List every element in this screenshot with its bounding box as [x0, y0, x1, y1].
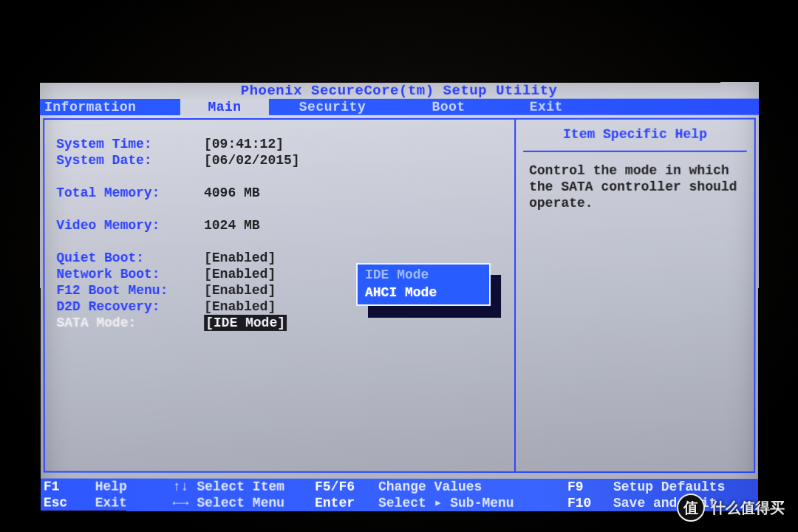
tab-boot[interactable]: Boot [396, 99, 501, 115]
footer-action-exit: Exit [95, 495, 165, 511]
sata-mode-popup[interactable]: IDE Mode AHCI Mode [356, 263, 491, 306]
bios-title: Phoenix SecureCore(tm) Setup Utility [40, 82, 759, 99]
value-quiet-boot: [Enabled] [204, 250, 276, 266]
label-system-time: System Time: [56, 136, 204, 152]
footer-action-change-values: Change Values [378, 479, 567, 495]
label-d2d-recovery: D2D Recovery: [56, 299, 204, 315]
footer-action-save-exit: Save and Exit [613, 495, 717, 511]
arrows-updown-icon: ↑↓ [164, 479, 197, 495]
tab-security[interactable]: Security [269, 99, 396, 115]
footer-key-f5f6: F5/F6 [315, 479, 378, 495]
help-pane: Item Specific Help Control the mode in w… [523, 120, 747, 471]
label-quiet-boot: Quiet Boot: [56, 250, 204, 266]
tab-information[interactable]: Information [40, 99, 180, 115]
footer-row-2: Esc Exit ←→ Select Menu Enter Select ▸ S… [44, 494, 755, 511]
value-total-memory: 4096 MB [204, 185, 260, 201]
footer-bar: F1 Help ↑↓ Select Item F5/F6 Change Valu… [41, 479, 758, 512]
value-sata-mode: [IDE Mode] [204, 315, 287, 331]
label-total-memory: Total Memory: [56, 185, 204, 201]
help-body: Control the mode in which the SATA contr… [529, 163, 743, 211]
value-system-time: [09:41:12] [204, 136, 284, 152]
value-network-boot: [Enabled] [204, 266, 276, 282]
footer-action-select-item: Select Item [197, 479, 315, 495]
row-video-memory: Video Memory: 1024 MB [56, 217, 505, 233]
footer-key-esc: Esc [44, 494, 95, 511]
value-system-date: [06/02/2015] [204, 152, 300, 168]
value-d2d-recovery: [Enabled] [204, 299, 276, 315]
panel-divider [514, 120, 516, 471]
tab-main[interactable]: Main [180, 99, 269, 115]
photo-background: Phoenix SecureCore(tm) Setup Utility Inf… [0, 0, 798, 532]
tab-exit[interactable]: Exit [501, 99, 591, 115]
label-f12-boot-menu: F12 Boot Menu: [56, 282, 204, 299]
row-system-date[interactable]: System Date: [06/02/2015] [56, 152, 505, 168]
label-network-boot: Network Boot: [56, 266, 204, 282]
bios-screen: Phoenix SecureCore(tm) Setup Utility Inf… [40, 82, 759, 511]
row-system-time[interactable]: System Time: [09:41:12] [56, 136, 505, 152]
help-title-wrap: Item Specific Help [523, 120, 747, 152]
footer-action-help: Help [95, 479, 165, 495]
label-video-memory: Video Memory: [56, 217, 204, 233]
footer-key-f10: F10 [567, 495, 613, 511]
footer-key-f9: F9 [567, 479, 613, 495]
menu-bar: Information Main Security Boot Exit [40, 99, 759, 116]
popup-option-ide[interactable]: IDE Mode [358, 266, 489, 284]
help-title: Item Specific Help [563, 127, 707, 142]
footer-action-select-menu: Select Menu [197, 495, 315, 511]
footer-row-1: F1 Help ↑↓ Select Item F5/F6 Change Valu… [44, 479, 755, 496]
value-f12-boot-menu: [Enabled] [204, 282, 276, 299]
footer-action-setup-defaults: Setup Defaults [613, 479, 725, 495]
label-system-date: System Date: [56, 152, 204, 168]
row-total-memory: Total Memory: 4096 MB [56, 185, 505, 201]
footer-key-enter: Enter [315, 495, 378, 511]
footer-key-f1: F1 [44, 479, 95, 495]
footer-action-select-submenu: Select ▸ Sub-Menu [378, 495, 567, 511]
value-video-memory: 1024 MB [204, 217, 260, 233]
arrows-leftright-icon: ←→ [164, 495, 197, 511]
popup-option-ahci[interactable]: AHCI Mode [358, 284, 489, 301]
label-sata-mode: SATA Mode: [57, 315, 205, 331]
